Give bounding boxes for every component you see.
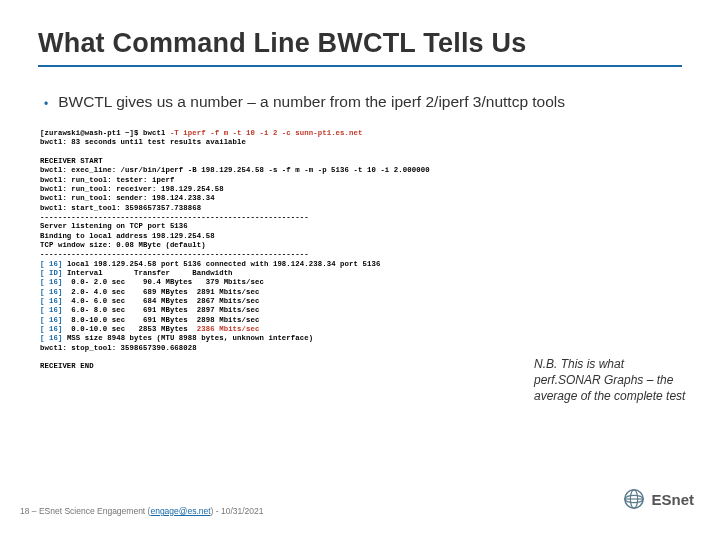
line: Binding to local address 198.129.254.58 — [40, 232, 215, 240]
line: ----------------------------------------… — [40, 250, 309, 258]
line-highlight: 2386 Mbits/sec — [197, 325, 260, 333]
line: MSS size 8948 bytes (MTU 8988 bytes, unk… — [62, 334, 313, 342]
bullet-text: BWCTL gives us a number – a number from … — [58, 93, 565, 111]
line: TCP window size: 0.08 MByte (default) — [40, 241, 206, 249]
line: Interval Transfer Bandwidth — [62, 269, 232, 277]
line-id: [ 16] — [40, 288, 62, 296]
line: bwctl: start_tool: 3598657357.738868 — [40, 204, 201, 212]
footer-suffix: ) - 10/31/2021 — [211, 506, 264, 516]
line: 0.0- 2.0 sec 90.4 MBytes 379 Mbits/sec — [62, 278, 264, 286]
line-id: [ 16] — [40, 278, 62, 286]
line-highlight: -T iperf -f m -t 10 -i 2 -c sunn-pt1.es.… — [170, 129, 363, 137]
line: RECEIVER END — [40, 362, 94, 370]
line-id: [ ID] — [40, 269, 62, 277]
line: RECEIVER START — [40, 157, 103, 165]
line: bwctl: run_tool: sender: 198.124.238.34 — [40, 194, 215, 202]
page-title: What Command Line BWCTL Tells Us — [38, 28, 682, 59]
globe-icon — [623, 488, 645, 510]
line: bwctl: run_tool: receiver: 198.129.254.5… — [40, 185, 224, 193]
title-rule — [38, 65, 682, 67]
line: 6.0- 8.0 sec 691 MBytes 2897 Mbits/sec — [62, 306, 259, 314]
bullet-marker: • — [44, 93, 48, 115]
footer-email-link[interactable]: engage@es.net — [150, 506, 210, 516]
line-id: [ 16] — [40, 334, 62, 342]
logo-text: ESnet — [651, 491, 694, 508]
line: 4.0- 6.0 sec 684 MBytes 2867 Mbits/sec — [62, 297, 259, 305]
line: local 198.129.254.58 port 5136 connected… — [62, 260, 380, 268]
line: bwctl: exec_line: /usr/bin/iperf -B 198.… — [40, 166, 430, 174]
footer: 18 – ESnet Science Engagement (engage@es… — [20, 506, 264, 516]
line: 2.0- 4.0 sec 689 MBytes 2891 Mbits/sec — [62, 288, 259, 296]
bullet-row: • BWCTL gives us a number – a number fro… — [44, 93, 682, 115]
slide: What Command Line BWCTL Tells Us • BWCTL… — [0, 0, 720, 540]
line-id: [ 16] — [40, 260, 62, 268]
line: bwctl: 83 seconds until test results ava… — [40, 138, 246, 146]
footer-prefix: 18 – ESnet Science Engagement ( — [20, 506, 150, 516]
line: 0.0-10.0 sec 2853 MBytes — [62, 325, 196, 333]
line: Server listening on TCP port 5136 — [40, 222, 188, 230]
line: [zurawski@wash-pt1 ~]$ bwctl — [40, 129, 170, 137]
line-id: [ 16] — [40, 297, 62, 305]
side-note: N.B. This is what perf.SONAR Graphs – th… — [534, 356, 694, 405]
line: 8.0-10.0 sec 691 MBytes 2898 Mbits/sec — [62, 316, 259, 324]
line: bwctl: stop_tool: 3598657390.668028 — [40, 344, 197, 352]
line-id: [ 16] — [40, 306, 62, 314]
line: bwctl: run_tool: tester: iperf — [40, 176, 174, 184]
esnet-logo: ESnet — [623, 488, 694, 510]
terminal-output: [zurawski@wash-pt1 ~]$ bwctl -T iperf -f… — [40, 129, 682, 372]
line-id: [ 16] — [40, 325, 62, 333]
line: ----------------------------------------… — [40, 213, 309, 221]
line-id: [ 16] — [40, 316, 62, 324]
